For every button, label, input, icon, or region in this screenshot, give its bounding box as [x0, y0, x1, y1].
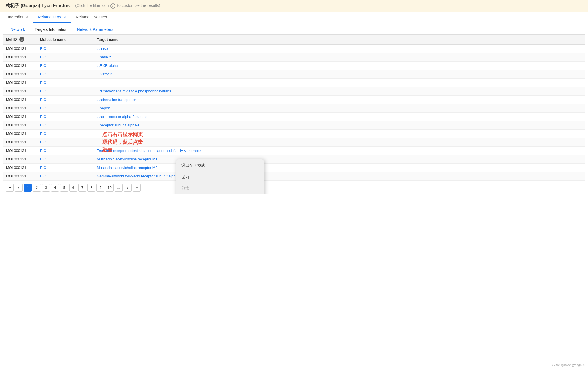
page-5-btn[interactable]: 5 — [60, 184, 68, 192]
mol-name-cell: EIC — [37, 79, 94, 87]
table-row: MOL000131EIC — [3, 138, 585, 147]
sub-tab-targets-info[interactable]: Targets Infomation — [30, 25, 72, 34]
mol-id-cell: MOL000131 — [3, 79, 37, 87]
table-row: MOL000131EIC — [3, 130, 585, 138]
mol-id-cell: MOL000131 — [3, 53, 37, 62]
mol-name-link[interactable]: EIC — [40, 157, 46, 161]
target-name-link[interactable]: Muscarinic acetylcholine receptor M1 — [97, 157, 158, 161]
table-row: MOL000131EIC...receptor subunit alpha-1 — [3, 121, 585, 130]
target-name-link[interactable]: ...hase 2 — [97, 55, 111, 59]
target-name-cell: ...hase 1 — [94, 45, 585, 53]
page-3-btn[interactable]: 3 — [42, 184, 50, 192]
sub-tab-network[interactable]: Network — [6, 25, 30, 34]
tab-related-targets[interactable]: Related Targets — [33, 12, 71, 23]
menu-exit-fullscreen[interactable]: 退出全屏模式 — [176, 160, 264, 171]
mol-id-cell: MOL000131 — [3, 96, 37, 104]
mol-name-link[interactable]: EIC — [40, 89, 46, 93]
target-name-link[interactable]: ...adrenaline transporter — [97, 98, 136, 102]
target-name-link[interactable]: Gamma-aminobutyric-acid receptor subunit… — [97, 174, 181, 178]
mol-name-cell: EIC — [37, 130, 94, 138]
tab-related-diseases[interactable]: Related Diseases — [71, 12, 112, 23]
table-row: MOL000131EICGamma-aminobutyric-acid rece… — [3, 172, 585, 181]
mol-name-cell: EIC — [37, 164, 94, 172]
table-row: MOL000131EICTransient receptor potential… — [3, 147, 585, 155]
mol-id-cell: MOL000131 — [3, 45, 37, 53]
mol-name-link[interactable]: EIC — [40, 149, 46, 153]
main-tabs: Ingredients Related Targets Related Dise… — [0, 12, 588, 23]
mol-id-cell: MOL000131 — [3, 70, 37, 79]
filter-hint-icon: ⊙ — [110, 3, 116, 9]
molid-filter-icon[interactable]: ⊙ — [19, 37, 24, 42]
tab-ingredients[interactable]: Ingredients — [3, 12, 33, 23]
target-name-cell: ...RXR-alpha — [94, 62, 585, 70]
target-name-cell — [94, 130, 585, 138]
mol-name-link[interactable]: EIC — [40, 72, 46, 76]
mol-name-link[interactable]: EIC — [40, 115, 46, 119]
mol-name-link[interactable]: EIC — [40, 140, 46, 144]
page-prev-btn[interactable]: ‹ — [15, 184, 23, 192]
target-name-cell: ...ivator 2 — [94, 70, 585, 79]
target-name-cell: ...adrenaline transporter — [94, 96, 585, 104]
page-next-btn[interactable]: › — [124, 184, 132, 192]
target-name-cell: Muscarinic acetylcholine receptor M1 — [94, 155, 585, 164]
page-last-btn[interactable]: ⊣ — [133, 184, 141, 192]
mol-name-cell: EIC — [37, 155, 94, 164]
mol-name-link[interactable]: EIC — [40, 174, 46, 178]
target-name-link[interactable]: ...receptor subunit alpha-1 — [97, 123, 140, 127]
page-4-btn[interactable]: 4 — [51, 184, 59, 192]
target-name-link[interactable]: Transient receptor potential cation chan… — [97, 149, 204, 153]
target-name-link[interactable]: Muscarinic acetylcholine receptor M2 — [97, 166, 158, 170]
mol-name-link[interactable]: EIC — [40, 81, 46, 85]
table-row: MOL000131EIC...dimethylbenzimidazole pho… — [3, 87, 585, 96]
page-first-btn[interactable]: ⊢ — [6, 184, 14, 192]
mol-name-link[interactable]: EIC — [40, 166, 46, 170]
mol-name-cell: EIC — [37, 138, 94, 147]
target-name-link[interactable]: ...region — [97, 106, 110, 110]
mol-name-link[interactable]: EIC — [40, 55, 46, 59]
menu-back[interactable]: 返回 — [176, 173, 264, 183]
target-name-link[interactable]: ...acid receptor alpha-2 subunit — [97, 115, 148, 119]
sub-tab-network-params[interactable]: Network Parameters — [72, 25, 118, 34]
target-name-cell: ...region — [94, 104, 585, 113]
target-name-link[interactable]: ...hase 1 — [97, 46, 111, 51]
page-ellipsis: ... — [115, 184, 123, 192]
mol-name-cell: EIC — [37, 121, 94, 130]
mol-name-cell: EIC — [37, 62, 94, 70]
mol-name-link[interactable]: EIC — [40, 106, 46, 110]
mol-name-cell: EIC — [37, 104, 94, 113]
target-name-cell — [94, 79, 585, 87]
page-6-btn[interactable]: 6 — [69, 184, 77, 192]
mol-name-cell: EIC — [37, 96, 94, 104]
menu-forward: 前进 — [176, 183, 264, 193]
page-1-btn[interactable]: 1 — [24, 184, 32, 192]
mol-name-cell: EIC — [37, 147, 94, 155]
menu-reload[interactable]: 重新加载 — [176, 193, 264, 194]
target-name-link[interactable]: ...dimethylbenzimidazole phosphoribosylt… — [97, 89, 171, 93]
targets-table: Mol ID ⊙ Molecule name Target name MOL00… — [3, 34, 585, 181]
page-2-btn[interactable]: 2 — [33, 184, 41, 192]
mol-id-cell: MOL000131 — [3, 164, 37, 172]
page-7-btn[interactable]: 7 — [78, 184, 86, 192]
mol-id-cell: MOL000131 — [3, 87, 37, 96]
mol-name-link[interactable]: EIC — [40, 132, 46, 136]
mol-name-link[interactable]: EIC — [40, 64, 46, 68]
mol-name-link[interactable]: EIC — [40, 123, 46, 127]
target-name-link[interactable]: ...ivator 2 — [97, 72, 112, 76]
table-row: MOL000131EIC...hase 1 — [3, 45, 585, 53]
target-name-link[interactable]: ...RXR-alpha — [97, 64, 118, 68]
mol-id-cell: MOL000131 — [3, 62, 37, 70]
mol-id-cell: MOL000131 — [3, 121, 37, 130]
mol-id-cell: MOL000131 — [3, 138, 37, 147]
page-9-btn[interactable]: 9 — [96, 184, 104, 192]
page-8-btn[interactable]: 8 — [87, 184, 95, 192]
col-header-molname: Molecule name — [37, 35, 94, 45]
page-10-btn[interactable]: 10 — [106, 184, 114, 192]
mol-name-link[interactable]: EIC — [40, 46, 46, 51]
top-banner: 枸杞子 (Gouqizi) Lycii Fructus (Click the f… — [0, 0, 588, 12]
table-container: Mol ID ⊙ Molecule name Target name MOL00… — [0, 34, 588, 181]
mol-name-cell: EIC — [37, 70, 94, 79]
herb-name: 枸杞子 (Gouqizi) Lycii Fructus — [6, 3, 70, 9]
target-name-cell: ...acid receptor alpha-2 subunit — [94, 113, 585, 121]
mol-name-link[interactable]: EIC — [40, 98, 46, 102]
context-menu: 退出全屏模式 返回 前进 重新加载 存储为... 打印... 投放... 使用 … — [176, 159, 264, 194]
